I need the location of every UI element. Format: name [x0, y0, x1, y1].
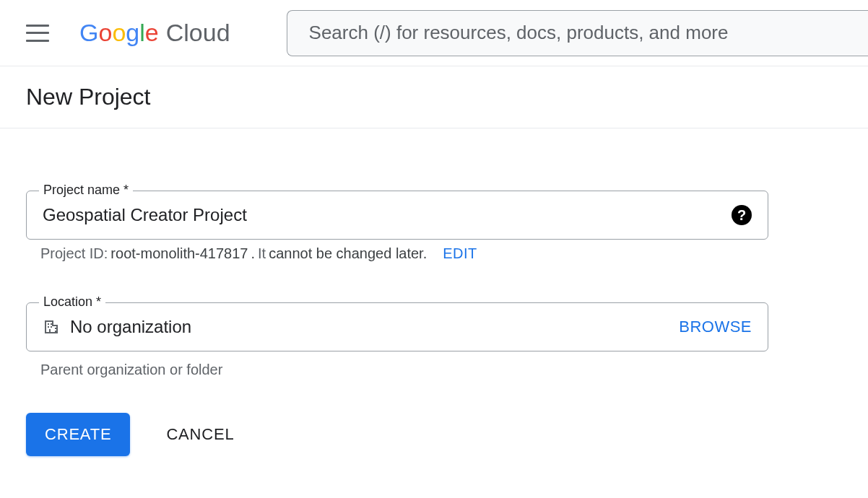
- cancel-button[interactable]: CANCEL: [166, 425, 234, 444]
- logo-google-text: Google: [79, 19, 159, 47]
- project-id-note2: cannot be changed later.: [269, 245, 427, 262]
- browse-button[interactable]: BROWSE: [679, 318, 752, 336]
- location-label: Location *: [39, 294, 105, 310]
- search-input[interactable]: [309, 22, 846, 44]
- project-id-prefix: Project ID:: [40, 245, 108, 262]
- edit-project-id-link[interactable]: EDIT: [443, 245, 477, 262]
- project-id-dot: .: [251, 245, 255, 262]
- menu-icon[interactable]: [26, 25, 49, 42]
- page-title: New Project: [26, 84, 842, 110]
- help-icon[interactable]: ?: [732, 205, 752, 225]
- form-container: Project name * ? Project ID: root-monoli…: [0, 128, 794, 456]
- project-name-label: Project name *: [39, 183, 133, 198]
- logo[interactable]: Google Cloud: [79, 19, 230, 47]
- create-button[interactable]: CREATE: [26, 413, 130, 456]
- organization-icon: [43, 318, 60, 336]
- logo-cloud-text: Cloud: [166, 19, 230, 47]
- search-box[interactable]: [287, 10, 868, 56]
- location-hint: Parent organization or folder: [26, 351, 768, 378]
- location-field: Location * No organization BROWSE Parent…: [26, 302, 768, 378]
- location-value: No organization: [70, 317, 679, 337]
- project-id-note1: It: [258, 245, 266, 262]
- project-name-field: Project name * ? Project ID: root-monoli…: [26, 191, 768, 262]
- project-name-box[interactable]: ?: [26, 191, 768, 240]
- project-id-value: root-monolith-417817: [110, 245, 248, 262]
- app-header: Google Cloud: [0, 0, 868, 66]
- project-id-hint: Project ID: root-monolith-417817. It can…: [26, 240, 768, 262]
- titlebar: New Project: [0, 66, 868, 128]
- location-box[interactable]: No organization BROWSE: [26, 302, 768, 351]
- action-buttons: CREATE CANCEL: [26, 413, 768, 456]
- project-name-input[interactable]: [43, 205, 732, 225]
